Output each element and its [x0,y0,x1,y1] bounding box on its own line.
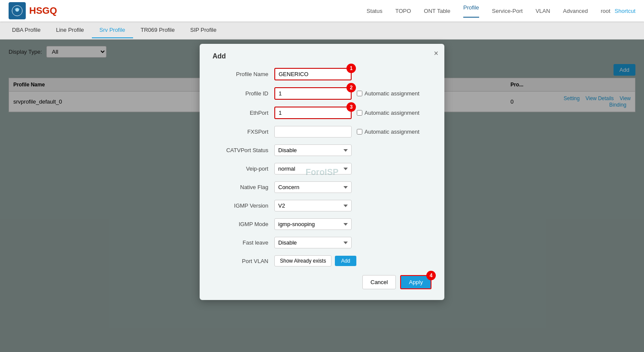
tab-bar: DBA Profile Line Profile Srv Profile TR0… [0,21,644,40]
main-content: Display Type: All Add Profile Name Pro..… [0,40,644,352]
modal-close-button[interactable]: × [434,49,438,58]
logo-text: HSGQ [29,5,57,16]
port-vlan-add-button[interactable]: Add [335,256,356,266]
step3-badge: 3 [346,102,356,112]
igmp-mode-select[interactable]: igmp-snooping igmp-proxy [274,218,352,230]
native-flag-select[interactable]: Concern Native Transparent [274,181,352,193]
apply-step-container: Apply 4 [400,275,431,289]
port-vlan-row: Port VLAN Show Already exists Add [213,255,431,266]
modal-footer: Cancel Apply 4 [213,275,431,289]
profile-id-auto-label: Automatic assignment [357,90,419,97]
step2-badge: 2 [346,83,356,92]
fast-leave-select[interactable]: Disable Enable [274,237,352,248]
fast-leave-label: Fast leave [213,239,268,246]
topbar: HSGQ Status TOPO ONT Table Profile Servi… [0,0,644,21]
profile-id-label: Profile ID [213,90,268,97]
fxs-port-row: FXSPort Automatic assignment [213,126,431,138]
step1-container: 1 [274,68,352,80]
igmp-mode-label: IGMP Mode [213,221,268,227]
catv-port-row: CATVPort Status Disable Enable [213,144,431,156]
eth-port-label: EthPort [213,110,268,116]
igmp-mode-row: IGMP Mode igmp-snooping igmp-proxy [213,218,431,230]
nav-root[interactable]: root [601,8,610,14]
step3-container: 3 [274,107,352,119]
step1-badge: 1 [346,64,356,73]
veip-port-row: Veip-port normal disable [213,163,431,174]
logo-area: HSGQ [9,2,57,19]
fxs-port-auto-label: Automatic assignment [357,129,419,135]
igmp-version-select[interactable]: V2 V3 [274,200,352,211]
tab-srv-profile[interactable]: Srv Profile [92,22,133,38]
nav-shortcut[interactable]: Shortcut [615,8,635,14]
fxs-port-label: FXSPort [213,129,268,135]
veip-port-label: Veip-port [213,165,268,172]
nav-right: root Shortcut [601,8,635,14]
modal-overlay: Add × ForoISP Profile Name 1 Profile ID … [0,40,644,352]
eth-port-auto-label: Automatic assignment [357,110,419,116]
eth-port-auto-checkbox[interactable] [357,110,362,116]
nav-topo[interactable]: TOPO [395,8,411,14]
logo-icon [9,2,26,19]
show-exists-button[interactable]: Show Already exists [274,255,331,266]
step4-badge: 4 [426,271,436,280]
tab-tr069-profile[interactable]: TR069 Profile [133,22,182,38]
profile-id-input[interactable] [274,87,352,100]
cancel-button[interactable]: Cancel [362,275,396,289]
profile-id-row: Profile ID 2 Automatic assignment [213,87,431,100]
port-vlan-label: Port VLAN [213,258,268,264]
fast-leave-row: Fast leave Disable Enable [213,237,431,248]
main-nav: Status TOPO ONT Table Profile Service-Po… [367,4,588,18]
modal-title: Add [213,52,431,60]
svg-point-1 [15,8,19,12]
tab-line-profile[interactable]: Line Profile [48,22,91,38]
veip-port-select[interactable]: normal disable [274,163,352,174]
profile-name-input[interactable] [274,68,352,80]
nav-status[interactable]: Status [367,8,383,14]
add-modal: Add × ForoISP Profile Name 1 Profile ID … [200,44,444,300]
fxs-port-auto-checkbox[interactable] [357,129,362,135]
eth-port-row: EthPort 3 Automatic assignment [213,107,431,119]
tab-dba-profile[interactable]: DBA Profile [4,22,48,38]
nav-service-port[interactable]: Service-Port [492,8,523,14]
catv-port-select[interactable]: Disable Enable [274,144,352,156]
tab-sip-profile[interactable]: SIP Profile [182,22,224,38]
nav-advanced[interactable]: Advanced [563,8,588,14]
nav-ont-table[interactable]: ONT Table [424,8,450,14]
eth-port-input[interactable] [274,107,352,119]
native-flag-row: Native Flag Concern Native Transparent [213,181,431,193]
profile-name-row: Profile Name 1 [213,68,431,80]
catv-port-label: CATVPort Status [213,147,268,153]
port-vlan-controls: Show Already exists Add [274,255,356,266]
profile-name-label: Profile Name [213,71,268,77]
step2-container: 2 [274,87,352,100]
profile-id-auto-checkbox[interactable] [357,91,362,96]
native-flag-label: Native Flag [213,184,268,190]
igmp-version-row: IGMP Version V2 V3 [213,200,431,211]
igmp-version-label: IGMP Version [213,202,268,209]
nav-profile[interactable]: Profile [463,4,479,18]
nav-vlan[interactable]: VLAN [535,8,550,14]
fxs-port-input[interactable] [274,126,352,138]
